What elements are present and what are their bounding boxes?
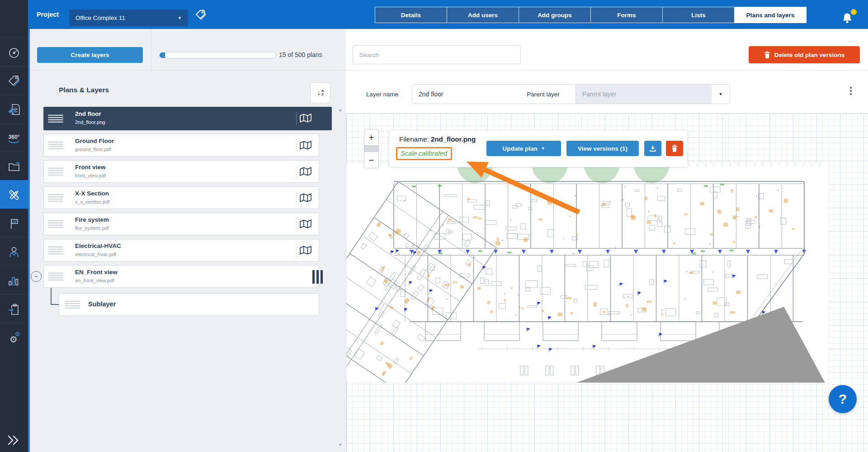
delete-old-plans-label: Delete old plan versions <box>774 52 844 58</box>
chevron-down-icon: ▼ <box>178 16 182 20</box>
panel-title: Plans & Layers <box>59 86 109 94</box>
svg-text:⚙: ⚙ <box>15 331 20 338</box>
map-icon[interactable] <box>300 219 311 231</box>
plan-item-en-front-view[interactable]: EN_Front view en_front_view.pdf <box>43 265 319 288</box>
project-label: Project <box>37 0 59 29</box>
drag-handle-icon[interactable] <box>48 219 63 229</box>
zoom-control: + − <box>364 129 379 168</box>
scroll-up-arrow[interactable]: ▲ <box>338 108 342 112</box>
rail-expand-icon[interactable] <box>5 433 22 450</box>
project-tags-icon[interactable] <box>195 9 207 23</box>
parent-layer-label: Parent layer <box>527 91 560 98</box>
layer-options-menu-button[interactable] <box>847 87 854 100</box>
drag-handle-icon[interactable] <box>48 245 63 256</box>
plan-item-electrical-hvac[interactable]: Electrical-HVAC electrical_hvac.pdf <box>43 239 319 262</box>
plan-info-card: Filename: 2nd_floor.png Scale calibrated… <box>389 130 688 167</box>
download-plan-button[interactable] <box>644 141 661 156</box>
chevron-down-icon: ▼ <box>711 85 730 104</box>
scale-calibrated-highlight: Scale calibrated <box>396 147 452 160</box>
nav-dashboard-icon[interactable] <box>0 38 28 67</box>
plan-item-ground-floor[interactable]: Ground Floor ground_floor.pdf <box>43 134 319 157</box>
nav-flags-icon[interactable] <box>0 209 28 238</box>
plan-item-2nd-floor[interactable]: 2nd floor 2nd_floor.png <box>43 107 332 130</box>
sort-button[interactable]: ↓ AZ <box>311 82 330 103</box>
filename-label: Filename: <box>399 135 429 143</box>
create-layers-button[interactable]: Create layers <box>37 47 143 63</box>
delete-plan-button[interactable] <box>666 141 683 156</box>
map-icon[interactable] <box>300 113 311 125</box>
notification-badge <box>851 9 857 15</box>
plan-item-xx-section[interactable]: X-X Section x_x_section.pdf <box>43 186 319 209</box>
help-button[interactable]: ? <box>829 385 857 413</box>
header-tab-bar: Details Add users Add groups Forms Lists… <box>375 7 807 23</box>
view-versions-button[interactable]: View versions (1) <box>566 141 639 156</box>
plan-title: X-X Section <box>75 190 109 197</box>
tab-forms[interactable]: Forms <box>590 7 663 23</box>
search-input[interactable] <box>353 45 521 64</box>
nav-settings-icon[interactable]: ⚙ ⚙ <box>0 323 28 352</box>
plan-filename: front_view.pdf <box>75 173 106 178</box>
zoom-out-button[interactable]: − <box>364 152 379 168</box>
map-icon[interactable] <box>300 245 311 257</box>
project-selector[interactable]: Office Complex 11 ▼ <box>69 10 188 26</box>
tab-details[interactable]: Details <box>375 7 447 23</box>
columns-icon[interactable] <box>312 270 323 284</box>
tab-plans-and-layers[interactable]: Plans and layers <box>734 7 807 23</box>
plan-title: Electrical-HVAC <box>75 243 121 249</box>
parent-layer-value: Parent layer <box>576 90 711 98</box>
plan-item-front-view[interactable]: Front view front_view.pdf <box>43 160 319 183</box>
tab-lists[interactable]: Lists <box>662 7 735 23</box>
tab-add-groups[interactable]: Add groups <box>519 7 591 23</box>
app-root: Project Office Complex 11 ▼ Details Add … <box>0 0 868 452</box>
notifications-bell[interactable] <box>841 12 854 26</box>
trash-icon <box>671 145 678 152</box>
svg-text:360°: 360° <box>9 134 20 140</box>
tab-add-users[interactable]: Add users <box>447 7 519 23</box>
plan-title: 2nd floor <box>75 110 101 117</box>
scroll-down-arrow[interactable]: ▼ <box>338 442 342 447</box>
plans-count-text: 15 of 500 plans <box>279 51 322 58</box>
plan-title: Sublayer <box>88 300 116 308</box>
delete-old-plan-versions-button[interactable]: Delete old plan versions <box>749 46 860 63</box>
plan-filename: en_front_view.pdf <box>75 278 114 283</box>
nav-view-360-icon[interactable]: 360° <box>0 123 28 152</box>
drag-handle-icon[interactable] <box>65 300 80 310</box>
plan-filename: 2nd_floor.png <box>75 119 105 125</box>
nav-plans-icon[interactable] <box>0 180 28 209</box>
map-icon[interactable] <box>300 140 311 152</box>
plan-item-fire-system[interactable]: Fire system fire_system.pdf <box>43 213 319 235</box>
update-plan-button[interactable]: Update plan ▼ <box>486 141 561 156</box>
nav-forms-icon[interactable] <box>0 95 28 124</box>
project-name: Office Complex 11 <box>75 14 125 21</box>
nav-people-icon[interactable] <box>0 237 28 266</box>
nav-tags-icon[interactable] <box>0 66 28 95</box>
scale-status-text: Scale calibrated <box>401 150 447 157</box>
nav-reports-icon[interactable] <box>0 266 28 295</box>
drag-handle-icon[interactable] <box>48 167 63 177</box>
map-icon[interactable] <box>300 167 311 178</box>
plan-filename: electrical_hvac.pdf <box>75 252 116 257</box>
plan-filename: fire_system.pdf <box>75 225 109 231</box>
collapse-sublayer-button[interactable]: − <box>31 271 42 282</box>
filename-value: 2nd_floor.png <box>431 135 476 143</box>
layer-name-label: Layer name <box>366 91 398 98</box>
drag-handle-icon[interactable] <box>48 140 63 151</box>
drag-handle-icon[interactable] <box>48 114 63 124</box>
plans-panel-toolbar: Create layers 15 of 500 plans <box>30 29 346 71</box>
zoom-track[interactable] <box>364 146 379 152</box>
nav-files-icon[interactable] <box>0 152 28 181</box>
drag-handle-icon[interactable] <box>48 193 63 203</box>
plan-filename: ground_floor.pdf <box>75 147 111 152</box>
sort-az-icon: AZ <box>321 89 324 96</box>
drag-handle-icon[interactable] <box>48 271 63 282</box>
parent-layer-select[interactable]: Parent layer ▼ <box>576 84 730 104</box>
plan-item-sublayer[interactable]: Sublayer <box>59 293 319 316</box>
chevron-down-icon: ▼ <box>541 146 545 151</box>
panel-toolbar-divider <box>151 29 151 70</box>
map-icon[interactable] <box>300 193 311 205</box>
plan-filename: x_x_section.pdf <box>75 199 109 205</box>
zoom-in-button[interactable]: + <box>364 129 379 146</box>
plans-progress-fill <box>160 52 165 58</box>
plan-title: Front view <box>75 164 106 171</box>
nav-handover-icon[interactable] <box>0 294 28 323</box>
